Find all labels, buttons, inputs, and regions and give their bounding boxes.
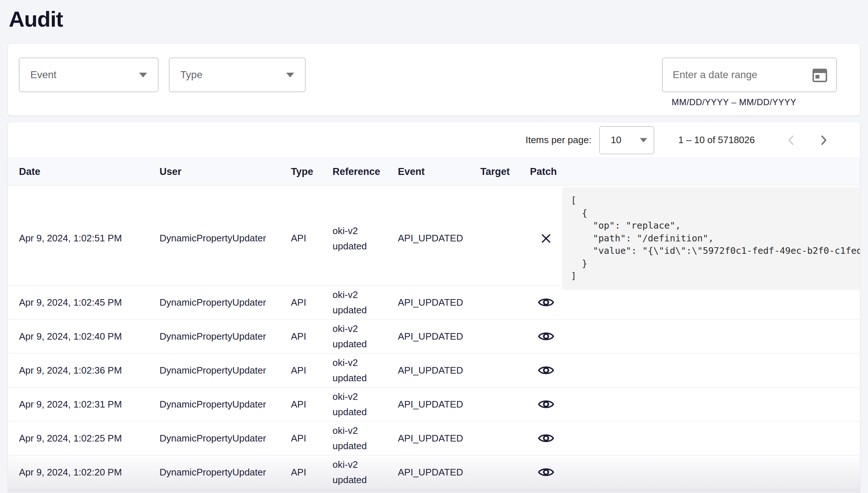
cell-type: API xyxy=(291,297,333,308)
cell-user: DynamicPropertyUpdater xyxy=(160,297,291,308)
patch-json-line: "op": "replace", xyxy=(571,219,860,232)
cell-reference: oki-v2 updated xyxy=(333,355,398,386)
items-per-page-value: 10 xyxy=(611,134,621,146)
patch-json-line: { xyxy=(571,207,860,220)
items-per-page-label: Items per page: xyxy=(526,134,592,146)
cell-reference: oki-v2 updated xyxy=(333,389,398,420)
cell-event: API_UPDATED xyxy=(398,399,480,410)
cell-reference: oki-v2 updated xyxy=(333,423,398,454)
view-patch-button[interactable] xyxy=(535,461,557,483)
column-header-event: Event xyxy=(398,166,480,177)
table-row: Apr 9, 2024, 1:02:40 PM DynamicPropertyU… xyxy=(8,320,860,353)
cell-date: Apr 9, 2024, 1:02:25 PM xyxy=(19,433,160,444)
chevron-down-icon xyxy=(139,73,147,77)
next-row-edge xyxy=(8,489,860,493)
cell-event: API_UPDATED xyxy=(398,297,480,308)
date-range-input[interactable] xyxy=(662,69,809,81)
event-filter-select[interactable]: Event xyxy=(19,58,158,92)
chevron-down-icon xyxy=(640,138,647,142)
next-page-button[interactable] xyxy=(813,130,834,150)
column-header-reference: Reference xyxy=(333,166,398,177)
view-patch-button[interactable] xyxy=(535,291,557,313)
patch-json-line: "value": "{\"id\":\"5972f0c1-fedf-49ec-b… xyxy=(571,245,860,257)
cell-reference: oki-v2 updated xyxy=(333,287,398,318)
paginator: Items per page: 10 1 – 10 of 5718026 xyxy=(8,122,860,158)
cell-user: DynamicPropertyUpdater xyxy=(160,433,291,444)
cell-user: DynamicPropertyUpdater xyxy=(160,399,291,410)
column-header-type: Type xyxy=(291,166,333,177)
column-header-date: Date xyxy=(19,166,160,177)
calendar-icon xyxy=(811,66,828,83)
close-icon xyxy=(540,232,552,245)
cell-reference: oki-v2 updated xyxy=(333,457,398,488)
patch-json-line: [ xyxy=(571,194,860,207)
items-per-page-select[interactable]: 10 xyxy=(599,126,654,154)
cell-date: Apr 9, 2024, 1:02:45 PM xyxy=(19,297,160,308)
view-patch-button[interactable] xyxy=(535,393,557,415)
patch-json-line: "path": "/definition", xyxy=(571,232,860,245)
cell-type: API xyxy=(291,467,333,478)
cell-date: Apr 9, 2024, 1:02:20 PM xyxy=(19,467,160,478)
cell-date: Apr 9, 2024, 1:02:31 PM xyxy=(19,399,160,410)
cell-type: API xyxy=(291,331,333,342)
column-header-target: Target xyxy=(480,166,530,177)
cell-user: DynamicPropertyUpdater xyxy=(160,331,291,342)
eye-icon xyxy=(538,398,554,410)
cell-event: API_UPDATED xyxy=(398,233,480,244)
cell-user: DynamicPropertyUpdater xyxy=(160,365,291,376)
cell-date: Apr 9, 2024, 1:02:51 PM xyxy=(19,233,160,244)
open-calendar-button[interactable] xyxy=(809,64,830,85)
cell-reference: oki-v2 updated xyxy=(333,223,398,254)
date-range-field[interactable] xyxy=(662,58,837,92)
type-filter-select[interactable]: Type xyxy=(169,58,306,92)
eye-icon xyxy=(538,296,554,309)
type-filter-label: Type xyxy=(169,69,286,81)
table-header-row: Date User Type Reference Event Target Pa… xyxy=(8,158,860,186)
eye-icon xyxy=(538,432,554,444)
patch-json-line: ] xyxy=(571,270,860,283)
view-patch-button[interactable] xyxy=(535,325,557,347)
cell-event: API_UPDATED xyxy=(398,365,480,376)
date-format-hint: MM/DD/YYYY – MM/DD/YYYY xyxy=(672,97,796,107)
eye-icon xyxy=(538,330,554,343)
view-patch-button[interactable] xyxy=(535,427,557,449)
eye-icon xyxy=(538,466,554,478)
table-row: Apr 9, 2024, 1:02:20 PM DynamicPropertyU… xyxy=(8,455,860,489)
cell-reference: oki-v2 updated xyxy=(333,321,398,352)
cell-event: API_UPDATED xyxy=(398,467,480,478)
chevron-down-icon xyxy=(286,73,294,77)
chevron-left-icon xyxy=(786,134,797,146)
cell-user: DynamicPropertyUpdater xyxy=(160,233,291,244)
hide-patch-button[interactable] xyxy=(535,228,557,249)
cell-event: API_UPDATED xyxy=(398,331,480,342)
patch-json-line: } xyxy=(571,257,860,270)
page-title: Audit xyxy=(9,7,63,32)
previous-page-button[interactable] xyxy=(781,130,802,150)
table-row: Apr 9, 2024, 1:02:36 PM DynamicPropertyU… xyxy=(8,353,860,387)
cell-type: API xyxy=(291,365,333,376)
pagination-range: 1 – 10 of 5718026 xyxy=(678,134,755,146)
cell-type: API xyxy=(291,433,333,444)
table-row: Apr 9, 2024, 1:02:31 PM DynamicPropertyU… xyxy=(8,387,860,421)
eye-icon xyxy=(538,364,554,377)
cell-date: Apr 9, 2024, 1:02:40 PM xyxy=(19,331,160,342)
table-row: Apr 9, 2024, 1:02:25 PM DynamicPropertyU… xyxy=(8,421,860,455)
cell-type: API xyxy=(291,399,333,410)
patch-json-block: [ { "op": "replace", "path": "/definitio… xyxy=(562,187,860,290)
cell-date: Apr 9, 2024, 1:02:36 PM xyxy=(19,365,160,376)
view-patch-button[interactable] xyxy=(535,359,557,381)
audit-table-card: Items per page: 10 1 – 10 of 5718026 Dat… xyxy=(8,122,860,493)
table-row: Apr 9, 2024, 1:02:51 PM DynamicPropertyU… xyxy=(8,186,860,286)
chevron-right-icon xyxy=(818,134,829,146)
cell-event: API_UPDATED xyxy=(398,433,480,444)
event-filter-label: Event xyxy=(19,69,139,81)
cell-type: API xyxy=(291,233,333,244)
filter-bar: Event Type MM/DD/YYYY – MM/DD/YYYY xyxy=(8,44,860,115)
cell-user: DynamicPropertyUpdater xyxy=(160,467,291,478)
column-header-user: User xyxy=(160,166,291,177)
column-header-patch: Patch xyxy=(530,166,562,177)
